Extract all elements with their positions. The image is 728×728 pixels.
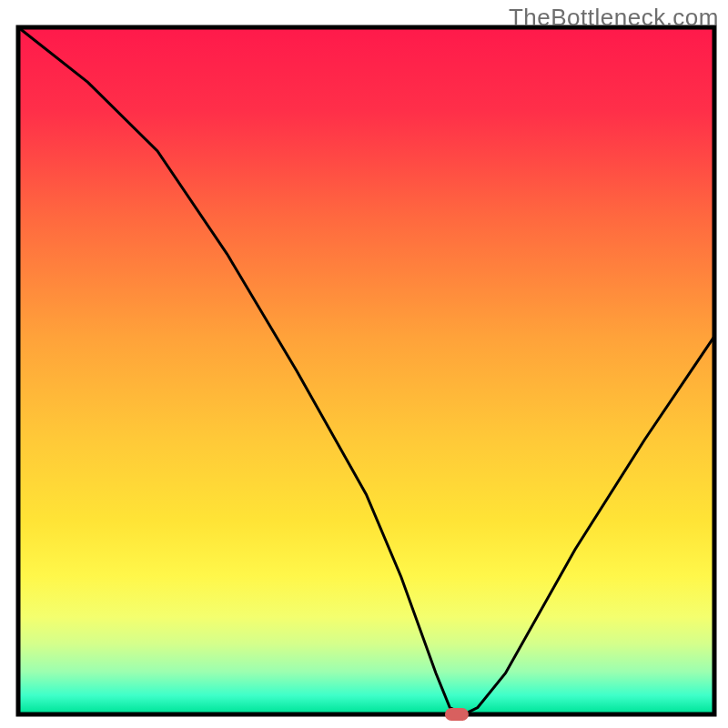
gradient-fill (20, 29, 713, 713)
watermark-text: TheBottleneck.com (509, 4, 719, 32)
chart-svg (0, 0, 728, 728)
chart-container: TheBottleneck.com (0, 0, 728, 728)
optimal-marker (445, 708, 469, 721)
